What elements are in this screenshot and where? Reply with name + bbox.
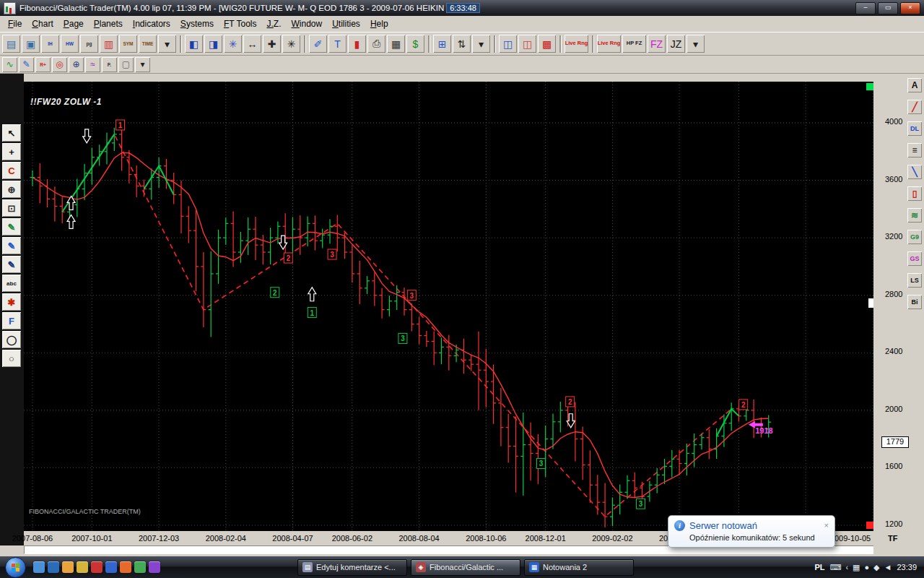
fz-icon[interactable]: FZ — [648, 35, 666, 53]
time-icon[interactable]: TIME — [139, 35, 157, 53]
tray-icon-4[interactable]: ● — [864, 563, 869, 572]
fibonacci-tool[interactable]: F — [2, 312, 21, 329]
new-page-icon[interactable]: ▤ — [2, 35, 20, 53]
jz-icon[interactable]: JZ — [667, 35, 685, 53]
downtrend-tool[interactable]: ╲ — [907, 165, 922, 179]
notification-close-icon[interactable]: × — [824, 522, 829, 530]
scale-icon[interactable]: ⇅ — [453, 35, 471, 53]
multi-chart-1-icon[interactable]: ◫ — [499, 35, 517, 53]
ellipse-tool[interactable]: ◯ — [2, 331, 21, 348]
weekly-bars-icon[interactable]: HW — [61, 35, 79, 53]
bars-dropdown-icon[interactable]: ▾ — [158, 35, 176, 53]
intraday-bars-icon[interactable]: IH — [41, 35, 59, 53]
circles-icon[interactable]: ◎ — [52, 57, 67, 72]
gs-tool[interactable]: GS — [907, 251, 922, 266]
wave3-tool[interactable]: ≋ — [907, 208, 922, 223]
pencil-green-tool[interactable]: ✎ — [2, 218, 21, 236]
circle-tool[interactable]: ○ — [2, 350, 21, 367]
tray-icon-3[interactable]: ▦ — [853, 563, 860, 572]
hp-fz-icon[interactable]: HP FZ — [622, 35, 646, 53]
quick-launch-icon-4[interactable] — [77, 561, 88, 573]
quick-launch-icon-5[interactable] — [91, 561, 103, 573]
pg-icon[interactable]: pg — [80, 35, 98, 53]
zoom-in-tool[interactable]: ⊕ — [2, 181, 21, 198]
calc-icon[interactable]: ▦ — [387, 35, 405, 53]
quick-launch-icon-8[interactable] — [134, 561, 146, 573]
text-icon[interactable]: T — [328, 35, 346, 53]
close-button[interactable]: × — [900, 2, 920, 14]
bi-tool[interactable]: Bi — [907, 295, 922, 309]
shift-right-icon[interactable]: ◨ — [204, 35, 222, 53]
language-indicator[interactable]: PL — [814, 563, 824, 571]
p-icon[interactable]: P. — [102, 57, 117, 72]
quick-launch-icon-1[interactable] — [33, 561, 45, 573]
jz-dropdown-icon[interactable]: ▾ — [687, 35, 705, 53]
range-tool[interactable]: ▯ — [907, 186, 922, 201]
hline-tool[interactable]: ≡ — [907, 143, 922, 158]
restore-button[interactable]: ▭ — [878, 2, 898, 14]
a-tool[interactable]: A — [907, 78, 922, 92]
multi-chart-2-icon[interactable]: ◫ — [518, 35, 536, 53]
menu-item-window[interactable]: Window — [287, 17, 328, 30]
task-edytuj-komentarze[interactable]: ▤Edytuj komentarze <... — [297, 559, 407, 576]
planet-icon[interactable]: ⊕ — [69, 57, 84, 72]
pencil-blue-tool[interactable]: ✎ — [2, 237, 21, 254]
menu-item-planets[interactable]: Planets — [89, 17, 128, 30]
grid-add-icon[interactable]: ⊞ — [433, 35, 451, 53]
draw-dropdown-icon[interactable]: ▾ — [135, 57, 150, 72]
menu-item-ft-tools[interactable]: FT Tools — [219, 17, 262, 30]
menu-item-page[interactable]: Page — [58, 17, 89, 30]
pencil-navy-tool[interactable]: ✎ — [2, 256, 21, 273]
minimize-button[interactable]: – — [855, 2, 876, 14]
copy-page-icon[interactable]: ▣ — [22, 35, 40, 53]
menu-item-chart[interactable]: Chart — [27, 17, 58, 30]
menu-item-systems[interactable]: Systems — [175, 17, 219, 30]
scale-dropdown-icon[interactable]: ▾ — [472, 35, 490, 53]
sym-icon[interactable]: SYM — [119, 35, 137, 53]
live-range-2-icon[interactable]: Live Rng — [597, 35, 621, 53]
grid-box-icon[interactable]: ▢ — [118, 57, 134, 72]
g9-tool[interactable]: G9 — [907, 230, 922, 244]
zoom-box-tool[interactable]: ⊡ — [2, 199, 21, 217]
dollar-icon[interactable]: $ — [406, 35, 424, 53]
tray-icon-6[interactable]: ◄ — [884, 563, 892, 572]
trend-tool[interactable]: ╱ — [907, 100, 922, 114]
menu-item-j-z-[interactable]: J.Z. — [261, 17, 286, 30]
pencil-dot-icon[interactable]: ✎ — [19, 57, 34, 72]
start-button[interactable] — [5, 557, 26, 578]
expand-icon[interactable]: ↔ — [243, 35, 261, 53]
quick-launch-icon-2[interactable] — [48, 561, 59, 573]
task-fibonacci[interactable]: ◈Fibonacci/Galactic ... — [411, 559, 520, 576]
red-bars-icon[interactable]: ▥ — [100, 35, 118, 53]
wave-tool-icon[interactable]: ∿ — [2, 57, 17, 72]
print-icon[interactable]: ⎙ — [367, 35, 385, 53]
candle-icon[interactable]: ▮ — [348, 35, 366, 53]
tray-icon-2[interactable]: ‹ — [845, 563, 848, 572]
pointer-tool[interactable]: ↖ — [2, 124, 21, 142]
menu-item-file[interactable]: File — [3, 17, 27, 30]
erase-tool[interactable]: ✱ — [2, 293, 21, 311]
tray-icon-5[interactable]: ◆ — [873, 563, 879, 572]
cycles-tool[interactable]: C — [2, 162, 21, 179]
menu-item-indicators[interactable]: Indicators — [128, 17, 175, 30]
grid-red-icon[interactable]: ▩ — [538, 35, 556, 53]
menu-item-help[interactable]: Help — [365, 17, 393, 30]
pointer-pen-icon[interactable]: ✐ — [309, 35, 327, 53]
compress-icon[interactable]: ✳ — [224, 35, 242, 53]
chart-canvas[interactable]: 123213323321918 — [24, 82, 873, 531]
crosshair-tool[interactable]: + — [2, 143, 21, 160]
quick-launch-icon-6[interactable] — [105, 561, 117, 573]
menu-item-utilities[interactable]: Utilities — [327, 17, 365, 30]
dl-tool[interactable]: DL — [907, 121, 922, 136]
quick-launch-icon-9[interactable] — [149, 561, 160, 573]
live-range-1-icon[interactable]: Live Rng — [565, 35, 588, 53]
fit-icon[interactable]: ✳ — [282, 35, 300, 53]
shift-left-icon[interactable]: ◧ — [185, 35, 203, 53]
tray-icon-1[interactable]: ⌨ — [829, 563, 841, 572]
quick-launch-icon-7[interactable] — [120, 561, 131, 573]
waves2-icon[interactable]: ≈ — [85, 57, 100, 72]
task-notowania[interactable]: ▦Notowania 2 — [524, 559, 634, 576]
ls-tool[interactable]: LS — [907, 273, 922, 288]
pan-icon[interactable]: ✚ — [263, 35, 281, 53]
r-plus-icon[interactable]: R+ — [35, 57, 51, 72]
